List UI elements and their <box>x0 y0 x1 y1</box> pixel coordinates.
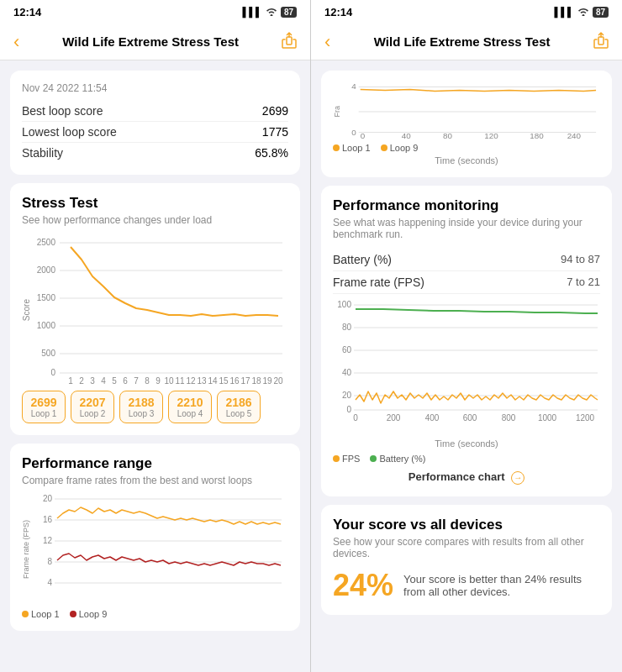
loop1-mini-dot <box>333 144 340 151</box>
svg-text:8: 8 <box>145 376 150 386</box>
svg-text:400: 400 <box>425 413 440 423</box>
svg-text:16: 16 <box>229 376 240 386</box>
back-button-right[interactable]: ‹ <box>324 31 330 53</box>
left-content: Nov 24 2022 11:54 Best loop score 2699 L… <box>0 60 310 672</box>
stress-test-card: Stress Test See how performance changes … <box>10 183 300 435</box>
status-bar-left: 12:14 ▌▌▌ 87 <box>0 0 310 24</box>
perf-range-legend: Loop 1 Loop 9 <box>22 609 288 619</box>
loop-score-2: 2207 Loop 2 <box>71 391 114 423</box>
svg-text:180: 180 <box>530 131 544 140</box>
fps-mini-chart-card: Fra 4 0 0 40 80 120 180 240 <box>321 71 612 177</box>
score-y-label: Score <box>22 299 31 321</box>
status-time-right: 12:14 <box>324 6 352 18</box>
page-title-right: Wild Life Extreme Stress Test <box>337 34 587 49</box>
share-button-right[interactable] <box>593 32 609 52</box>
loop-score-3: 2188 Loop 3 <box>119 391 163 423</box>
svg-text:14: 14 <box>208 376 218 386</box>
svg-text:60: 60 <box>342 345 352 354</box>
battery-badge-left: 87 <box>281 7 297 18</box>
svg-text:6: 6 <box>123 376 128 386</box>
svg-text:0: 0 <box>353 413 358 423</box>
svg-text:1: 1 <box>68 376 73 386</box>
fps-row: Frame rate (FPS) 7 to 21 <box>333 271 600 294</box>
svg-text:600: 600 <box>463 413 477 423</box>
loop-score-4: 2210 Loop 4 <box>168 391 212 423</box>
score-percent: 24% <box>333 568 393 603</box>
lowest-loop-label: Lowest loop score <box>22 125 117 139</box>
fps-y-label: Frame rate (FPS) <box>22 520 30 579</box>
status-icons-left: ▌▌▌ 87 <box>242 6 297 18</box>
loop-scores-row: 2699 Loop 1 2207 Loop 2 2188 Loop 3 2210… <box>22 386 288 423</box>
loop-score-5: 2186 Loop 5 <box>217 391 261 423</box>
svg-text:120: 120 <box>484 131 498 140</box>
svg-text:11: 11 <box>175 376 185 386</box>
fps-legend-label: FPS <box>342 454 360 464</box>
loop9-mini-dot <box>381 144 387 151</box>
perf-monitoring-sub: See what was happening inside your devic… <box>333 217 600 240</box>
summary-row-lowest: Lowest loop score 1775 <box>22 122 288 143</box>
svg-text:9: 9 <box>156 376 161 386</box>
summary-date: Nov 24 2022 11:54 <box>22 82 288 94</box>
loop9-mini-label: Loop 9 <box>390 143 419 153</box>
svg-text:200: 200 <box>387 413 401 423</box>
fps-legend-dot <box>333 455 340 462</box>
svg-text:1000: 1000 <box>37 321 56 330</box>
svg-text:15: 15 <box>219 376 229 386</box>
back-button-left[interactable]: ‹ <box>13 31 19 53</box>
battery-legend-label: Battery (%) <box>379 454 425 464</box>
svg-text:2: 2 <box>79 376 84 386</box>
perf-range-chart: 20 16 12 8 4 <box>34 495 286 604</box>
svg-text:20: 20 <box>342 391 352 400</box>
loop1-mini-label: Loop 1 <box>342 143 371 153</box>
perf-monitoring-chart: 100 80 60 40 20 0 0 200 400 600 800 <box>333 301 602 435</box>
svg-text:12: 12 <box>186 376 196 386</box>
fps-mini-chart: 4 0 0 40 80 120 180 240 <box>344 82 600 141</box>
svg-text:0: 0 <box>361 131 366 140</box>
fps-mini-xlabel: Time (seconds) <box>333 155 600 165</box>
svg-text:4: 4 <box>351 82 356 91</box>
stability-label: Stability <box>22 146 63 160</box>
share-button-left[interactable] <box>282 32 297 52</box>
summary-row-best: Best loop score 2699 <box>22 101 288 122</box>
svg-text:1000: 1000 <box>538 413 557 423</box>
svg-text:2000: 2000 <box>37 265 56 275</box>
svg-text:12: 12 <box>43 536 53 545</box>
wifi-icon-right <box>577 6 589 18</box>
battery-row: Battery (%) 94 to 87 <box>333 249 600 271</box>
score-compare-text: Your score is better than 24% results fr… <box>403 568 600 598</box>
svg-text:0: 0 <box>50 368 55 377</box>
battery-legend-dot <box>370 455 377 462</box>
performance-chart-info-icon[interactable]: → <box>511 471 524 485</box>
performance-chart-label: Performance chart <box>409 470 505 483</box>
svg-text:40: 40 <box>342 368 352 377</box>
svg-text:1200: 1200 <box>576 413 595 423</box>
svg-text:17: 17 <box>240 376 250 386</box>
status-time-left: 12:14 <box>13 6 41 18</box>
best-loop-label: Best loop score <box>22 104 103 118</box>
perf-monitoring-card: Performance monitoring See what was happ… <box>321 186 612 496</box>
loop-score-1: 2699 Loop 1 <box>22 391 66 423</box>
perf-chart-xlabel: Time (seconds) <box>333 438 600 449</box>
stress-test-sub: See how performance changes under load <box>22 214 288 226</box>
svg-text:4: 4 <box>47 578 52 587</box>
svg-text:800: 800 <box>502 413 516 423</box>
svg-text:18: 18 <box>251 376 261 386</box>
svg-text:20: 20 <box>43 495 53 503</box>
battery-label: Battery (%) <box>333 253 392 266</box>
svg-rect-0 <box>287 37 292 45</box>
svg-text:10: 10 <box>164 376 174 386</box>
summary-card: Nov 24 2022 11:54 Best loop score 2699 L… <box>10 71 300 175</box>
svg-text:3: 3 <box>90 376 95 386</box>
status-icons-right: ▌▌▌ 87 <box>554 6 609 18</box>
svg-text:4: 4 <box>101 376 106 386</box>
fps-value: 7 to 21 <box>567 276 600 289</box>
performance-chart-button[interactable]: Performance chart → <box>333 470 600 485</box>
lowest-loop-value: 1775 <box>262 125 288 139</box>
svg-text:500: 500 <box>41 349 55 358</box>
score-compare-sub: See how your score compares with results… <box>333 536 600 559</box>
score-compare-title: Your score vs all devices <box>333 517 600 533</box>
fps-mini-legend: Loop 1 Loop 9 <box>333 143 600 153</box>
loop9-legend-label: Loop 9 <box>79 609 108 619</box>
score-compare-card: Your score vs all devices See how your s… <box>321 505 612 615</box>
perf-monitoring-title: Performance monitoring <box>333 197 600 214</box>
